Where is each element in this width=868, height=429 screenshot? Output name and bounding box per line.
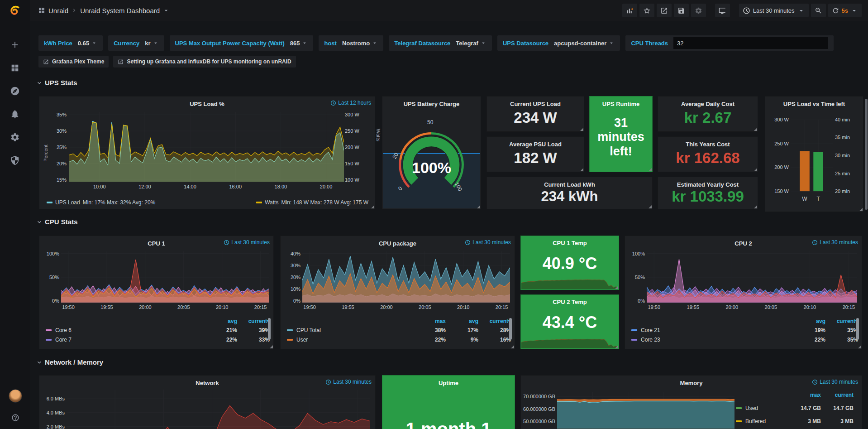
variable-value[interactable]: 865 xyxy=(290,40,308,47)
legend-sort-current[interactable]: current▾ xyxy=(237,318,270,324)
user-avatar[interactable] xyxy=(9,389,22,403)
panel-resize-handle[interactable] xyxy=(580,128,583,131)
graph-plot[interactable] xyxy=(557,392,734,429)
legend-series-toggle[interactable]: CPU Total xyxy=(287,327,413,333)
section-header-network-memory[interactable]: Network / Memory xyxy=(36,358,103,366)
panel-title[interactable]: Uptime xyxy=(439,380,458,386)
graph-plot[interactable] xyxy=(647,251,857,303)
panel-time-range[interactable]: Last 30 minutes xyxy=(465,239,511,246)
legend-sort-current[interactable]: current xyxy=(821,392,854,398)
legend-sort-avg[interactable]: avg xyxy=(205,318,237,324)
legend-series-toggle[interactable]: User xyxy=(287,337,413,343)
panel-title[interactable]: This Years Cost xyxy=(686,141,730,148)
panel-resize-handle[interactable] xyxy=(580,168,583,171)
panel-time-range[interactable]: Last 30 minutes xyxy=(224,239,270,246)
panel-title[interactable]: Estimated Yearly Cost xyxy=(677,181,739,188)
legend-series-toggle[interactable]: Core 7 xyxy=(46,337,205,343)
variable-value[interactable]: Telegraf xyxy=(456,40,486,47)
bar-plot[interactable] xyxy=(791,116,833,194)
legend-scrollbar[interactable] xyxy=(268,318,271,340)
grafana-logo-icon[interactable] xyxy=(7,4,24,21)
breadcrumb-folder[interactable]: Unraid xyxy=(48,7,68,14)
variable-value[interactable]: 0.65 xyxy=(78,40,97,47)
save-dashboard-button[interactable] xyxy=(674,4,689,17)
panel-title[interactable]: UPS Load vs Time left xyxy=(783,101,845,107)
time-range-picker[interactable]: Last 30 minutes xyxy=(739,4,809,17)
share-dashboard-button[interactable] xyxy=(657,4,672,17)
panel-time-range[interactable]: Last 30 minutes xyxy=(812,379,858,385)
zoom-out-button[interactable] xyxy=(811,4,826,17)
cycle-view-button[interactable] xyxy=(715,4,730,17)
section-header-ups-stats[interactable]: UPS Stats xyxy=(36,79,77,87)
sidebar-item-configuration[interactable] xyxy=(10,132,21,143)
legend-series-toggle[interactable]: Core 6 xyxy=(46,327,205,333)
panel-title[interactable]: UPS Load % xyxy=(190,101,224,107)
star-dashboard-button[interactable] xyxy=(639,4,654,17)
panel-title[interactable]: CPU 1 xyxy=(148,240,165,247)
panel-resize-handle[interactable] xyxy=(859,208,863,211)
add-panel-button[interactable] xyxy=(622,4,637,17)
graph-plot[interactable] xyxy=(69,112,344,183)
sidebar-item-server-admin[interactable] xyxy=(10,155,21,166)
panel-resize-handle[interactable] xyxy=(511,345,514,348)
sidebar-item-dashboards[interactable] xyxy=(10,63,21,74)
panel-title[interactable]: UPS Runtime xyxy=(602,101,639,107)
panel-title[interactable]: Current Load kWh xyxy=(544,181,595,188)
legend-series-toggle[interactable]: Used xyxy=(736,405,788,411)
refresh-picker[interactable]: 5s xyxy=(828,4,862,17)
panel-resize-handle[interactable] xyxy=(858,345,861,348)
panel-title[interactable]: CPU 2 xyxy=(734,240,752,247)
legend-sort-avg[interactable]: avg xyxy=(793,318,825,324)
sidebar-item-explore[interactable] xyxy=(10,86,21,97)
dashboard-title[interactable]: Unraid System Dashboard xyxy=(80,7,160,14)
panel-resize-handle[interactable] xyxy=(615,286,618,289)
variable-value[interactable]: kr xyxy=(145,40,158,47)
legend-sort-current[interactable]: current▾ xyxy=(478,318,511,324)
graph-plot[interactable] xyxy=(302,251,510,303)
panel-resize-handle[interactable] xyxy=(270,345,273,348)
panel-resize-handle[interactable] xyxy=(649,168,652,171)
panel-resize-handle[interactable] xyxy=(477,205,480,208)
variable-label[interactable]: UPS Max Output Power Capacity (Watt) xyxy=(175,40,285,47)
graph-plot[interactable] xyxy=(61,251,269,303)
sidebar-item-alerting[interactable] xyxy=(10,109,21,120)
legend-sort-current[interactable]: current▾ xyxy=(825,318,858,324)
panel-title[interactable]: Network xyxy=(196,380,219,386)
legend-item[interactable]: WattsMin: 148 W Max: 278 W Avg: 175 W xyxy=(256,198,368,207)
legend-sort-max[interactable]: max xyxy=(788,392,821,398)
variable-input[interactable] xyxy=(673,37,828,49)
panel-resize-handle[interactable] xyxy=(754,128,757,131)
panel-time-range[interactable]: Last 30 minutes xyxy=(812,239,858,246)
panel-time-range[interactable]: Last 30 minutes xyxy=(325,379,372,385)
panel-resize-handle[interactable] xyxy=(371,205,374,208)
variable-label[interactable]: kWh Price xyxy=(44,40,72,47)
variable-label[interactable]: Telegraf Datasource xyxy=(394,40,450,47)
legend-scrollbar[interactable] xyxy=(509,318,512,340)
sidebar-item-create[interactable] xyxy=(10,40,21,51)
variable-value[interactable]: apcupsd-container xyxy=(554,40,615,47)
graph-plot[interactable] xyxy=(67,390,370,429)
variable-label[interactable]: CPU Threads xyxy=(631,40,668,47)
variable-label[interactable]: host xyxy=(324,40,336,47)
section-header-cpu-stats[interactable]: CPU Stats xyxy=(36,218,78,226)
variable-label[interactable]: Currency xyxy=(114,40,139,47)
dashboard-link[interactable]: Setting up Grafana and InfluxDB for UPS … xyxy=(113,56,296,67)
page-scrollbar[interactable] xyxy=(865,99,868,210)
legend-series-toggle[interactable]: Buffered xyxy=(736,418,788,424)
panel-title[interactable]: Average PSU Load xyxy=(509,141,562,148)
dashboard-settings-button[interactable] xyxy=(691,4,706,17)
panel-title[interactable]: Average Daily Cost xyxy=(681,101,734,107)
panel-title[interactable]: CPU package xyxy=(379,240,416,247)
help-icon[interactable] xyxy=(10,413,20,423)
apps-grid-icon[interactable] xyxy=(38,6,46,14)
panel-title[interactable]: Memory xyxy=(680,380,703,386)
panel-resize-handle[interactable] xyxy=(754,205,757,208)
panel-resize-handle[interactable] xyxy=(615,345,618,348)
panel-resize-handle[interactable] xyxy=(754,168,757,171)
legend-sort-avg[interactable]: avg xyxy=(446,318,478,324)
legend-series-toggle[interactable]: Core 23 xyxy=(631,337,793,343)
panel-title[interactable]: Current UPS Load xyxy=(510,101,561,107)
legend-scrollbar[interactable] xyxy=(856,318,859,340)
chevron-down-icon[interactable] xyxy=(162,7,170,14)
panel-time-range[interactable]: Last 12 hours xyxy=(330,100,371,106)
